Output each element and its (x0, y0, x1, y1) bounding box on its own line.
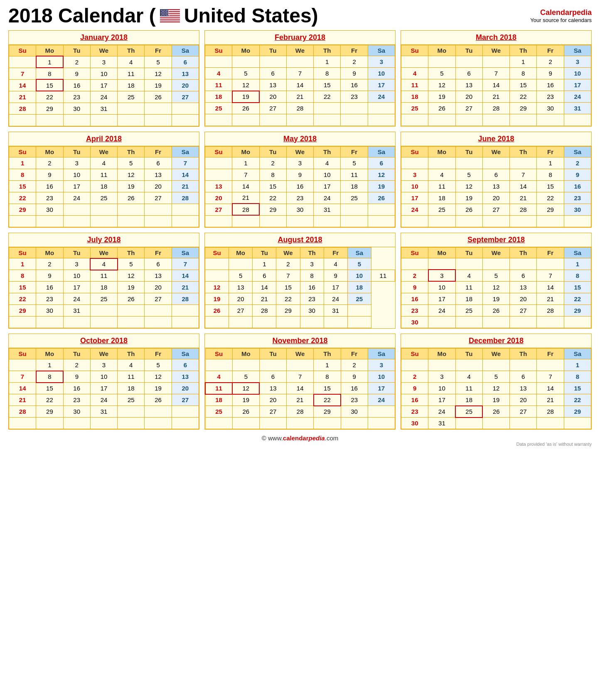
calendar-cell: 7 (9, 68, 36, 79)
calendar-cell: 11 (118, 371, 145, 383)
col-header-mo: Mo (36, 45, 63, 56)
calendar-cell: 3 (300, 258, 324, 270)
calendar-cell: 6 (145, 258, 172, 270)
calendar-cell (482, 215, 509, 227)
calendar-cell: 10 (401, 180, 428, 192)
calendar-cell: 14 (510, 180, 537, 192)
calendar-cell: 20 (172, 79, 199, 91)
calendar-cell: 21 (172, 180, 199, 192)
calendar-cell: 24 (63, 192, 90, 204)
calendar-cell (314, 418, 341, 429)
calendar-cell: 29 (36, 103, 63, 114)
calendar-cell: 14 (537, 281, 564, 293)
calendar-cell: 30 (286, 204, 313, 215)
month-title: December 2018 (401, 334, 591, 348)
calendar-cell: 27 (205, 204, 232, 215)
calendar-cell (118, 406, 145, 418)
calendar-cell: 15 (510, 79, 537, 91)
calendar-cell: 29 (9, 204, 36, 215)
col-header-we: We (482, 349, 509, 359)
calendar-cell: 14 (9, 79, 36, 91)
month-may2018: May 2018SuMoTuWeThFrSa123456789101112131… (204, 132, 396, 228)
col-header-th: Th (118, 247, 145, 258)
month-table: SuMoTuWeThFrSa12345678910111213141516171… (205, 146, 395, 227)
calendar-cell: 6 (482, 169, 509, 180)
calendar-cell (9, 418, 36, 429)
calendar-cell: 6 (510, 270, 537, 281)
calendar-cell (368, 406, 395, 418)
calendar-cell: 15 (36, 383, 63, 394)
calendar-cell: 23 (63, 394, 90, 406)
calendar-cell (455, 316, 482, 328)
calendar-cell: 25 (90, 293, 117, 305)
col-header-tu: Tu (63, 45, 90, 56)
calendar-cell (276, 316, 300, 328)
calendar-cell (118, 215, 145, 227)
calendar-cell: 5 (118, 258, 145, 270)
calendar-cell: 14 (172, 169, 199, 180)
calendar-cell: 7 (172, 157, 199, 169)
calendar-cell: 12 (118, 270, 145, 282)
footer: © www.calendarpedia.com Data provided 'a… (8, 435, 592, 447)
col-header-fr: Fr (145, 45, 172, 56)
calendar-cell: 22 (259, 192, 286, 204)
calendar-cell (205, 114, 232, 126)
calendar-cell: 18 (455, 293, 482, 305)
calendar-cell (428, 316, 455, 328)
col-header-fr: Fr (341, 146, 368, 157)
calendar-cell: 1 (537, 157, 564, 169)
calendar-cell: 25 (90, 192, 117, 204)
calendar-cell: 14 (537, 383, 564, 394)
calendar-cell: 12 (428, 79, 455, 91)
col-header-mo: Mo (232, 146, 259, 157)
calendar-cell: 20 (145, 180, 172, 192)
calendar-cell: 7 (537, 371, 564, 383)
calendar-cell: 3 (63, 258, 90, 270)
calendar-cell (510, 359, 537, 371)
calendar-cell (482, 316, 509, 328)
calendar-cell (118, 204, 145, 215)
calendar-cell: 3 (401, 169, 428, 180)
calendar-cell (205, 418, 232, 429)
col-header-su: Su (9, 247, 36, 258)
calendar-cell: 3 (368, 359, 395, 371)
calendar-cell: 12 (145, 68, 172, 79)
col-header-tu: Tu (63, 349, 90, 359)
calendar-cell: 28 (172, 192, 199, 204)
calendar-cell: 1 (314, 359, 341, 371)
calendar-cell: 19 (455, 192, 482, 204)
calendar-cell: 1 (510, 56, 537, 68)
calendar-cell: 2 (63, 359, 90, 371)
calendar-cell (145, 103, 172, 114)
col-header-mo: Mo (428, 349, 455, 359)
col-header-we: We (90, 45, 117, 56)
col-header-su: Su (9, 349, 36, 359)
calendar-cell (172, 418, 199, 429)
calendar-cell: 25 (455, 406, 482, 418)
calendar-cell: 4 (90, 157, 117, 169)
calendar-cell (232, 56, 259, 68)
calendar-cell: 9 (36, 270, 63, 282)
calendar-cell: 4 (401, 68, 428, 79)
calendar-cell: 8 (564, 371, 591, 383)
col-header-we: We (482, 45, 509, 56)
calendar-cell: 24 (428, 406, 455, 418)
col-header-tu: Tu (259, 349, 286, 359)
calendar-cell: 29 (537, 204, 564, 215)
month-table: SuMoTuWeThFrSa12345678910111213141516171… (401, 348, 591, 429)
calendar-cell: 23 (36, 192, 63, 204)
calendar-cell: 14 (287, 383, 314, 394)
calendar-cell: 21 (232, 192, 259, 204)
calendar-cell: 21 (172, 282, 199, 293)
col-header-sa: Sa (564, 45, 591, 56)
col-header-su: Su (401, 247, 428, 258)
calendar-cell: 24 (368, 91, 395, 103)
calendar-cell: 31 (428, 418, 455, 429)
col-header-we: We (287, 349, 314, 359)
calendar-cell (205, 215, 232, 227)
calendar-cell (259, 56, 286, 68)
us-flag-icon: ★ ★ ★ ★ ★ ★ ★ ★ ★ ★ ★ ★ ★ ★ ★ ★ ★ ★ ★ ★ … (160, 9, 180, 22)
calendar-cell: 9 (401, 281, 428, 293)
calendar-cell: 18 (205, 394, 232, 406)
col-header-fr: Fr (324, 247, 347, 258)
